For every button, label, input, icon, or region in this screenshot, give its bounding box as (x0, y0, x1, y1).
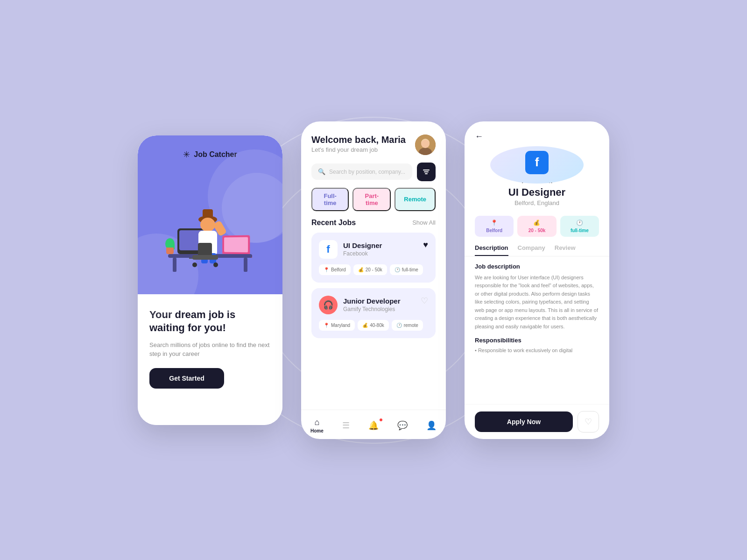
job-info-2: Junior Developer Gamify Technologies (343, 297, 401, 312)
hero-illustration (138, 160, 282, 272)
job-tag-salary-2: 💰 40-80k (358, 320, 389, 331)
job-desc-text: We are looking for User interface (UI) d… (475, 274, 599, 331)
location-label-2: Maryland (331, 323, 350, 328)
salary-icon-1: 💰 (358, 267, 364, 272)
home-label: Home (310, 428, 324, 433)
gamify-logo: 🎧 (319, 296, 338, 314)
type-icon-2: 🕐 (396, 323, 402, 328)
desk-scene (159, 178, 261, 272)
job-tag-type-2: 🕐 remote (392, 320, 423, 331)
tag-fulltime[interactable]: Full-time (311, 188, 349, 211)
location-tag-label: Belford (486, 228, 502, 233)
get-started-button[interactable]: Get Started (149, 368, 224, 389)
tag-parttime[interactable]: Part-time (352, 188, 391, 211)
location-icon-2: 📍 (324, 323, 329, 328)
job-desc-title: Job description (475, 263, 599, 270)
apply-now-button[interactable]: Apply Now (475, 411, 573, 432)
tab-description[interactable]: Description (475, 244, 508, 256)
job-detail-footer: Apply Now ♡ (465, 404, 609, 439)
save-job-button[interactable]: ♡ (578, 411, 599, 432)
job-tags-2: 📍 Maryland 💰 40-80k 🕐 remote (319, 320, 428, 331)
phones-container: ✳ Job Catcher (138, 121, 609, 439)
home-icon: ⌂ (314, 418, 319, 427)
type-tag-icon: 🕐 (576, 220, 583, 226)
desk-leg-left (173, 258, 176, 272)
avatar-face (415, 135, 436, 155)
plant-pot (166, 248, 174, 254)
job-location-large: Belford, England (514, 199, 559, 206)
job-tag-type-1: 🕐 full-time (390, 264, 423, 275)
nav-messages[interactable]: 💬 (394, 418, 411, 432)
svg-rect-4 (423, 170, 430, 170)
location-tag-icon: 📍 (491, 220, 498, 226)
nav-home[interactable]: ⌂ Home (307, 416, 327, 435)
job-title-2: Junior Developer (343, 297, 401, 305)
search-input-wrapper[interactable]: 🔍 Search by position, company... (311, 163, 412, 180)
profile-icon: 👤 (426, 420, 437, 431)
responsibility-item: • Responsible to work exclusively on dig… (475, 347, 599, 355)
job-tag-location-2: 📍 Maryland (319, 320, 355, 331)
filter-button[interactable] (417, 163, 436, 181)
job-title-1: UI Designer (343, 241, 382, 249)
job-cards-list: f UI Designer Facebook ♥ 📍 Belford (301, 233, 446, 405)
tab-review[interactable]: Review (555, 244, 576, 256)
phone-job-detail: ← f Facebook UI Designer Belford, Englan… (465, 121, 609, 439)
fb-icon: f (326, 243, 330, 255)
favorite-icon-1[interactable]: ♥ (423, 240, 428, 250)
laptop-screen (224, 237, 248, 252)
menu-icon: ☰ (342, 420, 350, 431)
job-card-left-2: 🎧 Junior Developer Gamify Technologies (319, 296, 401, 314)
job-card-header-1: f UI Designer Facebook ♥ (319, 240, 428, 259)
chair-seat (192, 255, 218, 260)
facebook-logo: f (319, 240, 338, 259)
job-card-junior-dev: 🎧 Junior Developer Gamify Technologies ♡… (311, 288, 436, 338)
job-card-header-2: 🎧 Junior Developer Gamify Technologies ♡ (319, 296, 428, 314)
phone3-header: ← (465, 121, 609, 146)
company-name-2: Gamify Technologies (343, 306, 401, 312)
section-title: Recent Jobs (311, 219, 356, 227)
detail-tabs: Description Company Review (465, 244, 609, 256)
job-description-section: Job description We are looking for User … (465, 263, 609, 404)
type-label-2: remote (404, 323, 418, 328)
nav-notifications[interactable]: 🔔 (365, 418, 382, 432)
chat-icon: 💬 (397, 420, 408, 431)
favorite-icon-2[interactable]: ♡ (421, 296, 428, 306)
logo-icon: ✳ (183, 149, 190, 160)
job-card-left-1: f UI Designer Facebook (319, 240, 382, 259)
info-tag-salary: 💰 20 - 50k (517, 216, 556, 237)
job-detail-hero: f Facebook UI Designer Belford, England (465, 146, 609, 216)
job-tag-location-1: 📍 Belford (319, 264, 351, 275)
salary-label-2: 40-80k (370, 323, 384, 328)
phone1-top-section: ✳ Job Catcher (138, 135, 282, 294)
job-tag-salary-1: 💰 20 - 50k (353, 264, 387, 275)
tag-remote[interactable]: Remote (395, 188, 436, 211)
location-icon-1: 📍 (324, 267, 329, 272)
info-tag-type: 🕐 full-time (560, 216, 599, 237)
section-header: Recent Jobs Show All (301, 219, 446, 227)
company-logo-large: f (525, 151, 549, 174)
bell-icon: 🔔 (368, 421, 379, 430)
plant (165, 238, 175, 254)
phone2-header: Welcome back, Maria Let's find your drea… (301, 121, 446, 163)
salary-icon-2: 💰 (362, 323, 368, 328)
tab-company[interactable]: Company (518, 244, 545, 256)
responsibilities-title: Responsibilities (475, 337, 599, 344)
notification-dot (380, 418, 382, 421)
info-tag-location: 📍 Belford (475, 216, 514, 237)
nav-profile[interactable]: 👤 (423, 418, 440, 432)
chair-wheel-right (213, 262, 218, 267)
location-label-1: Belford (331, 267, 346, 272)
desk-leg-right (244, 258, 247, 272)
salary-tag-icon: 💰 (533, 220, 540, 226)
type-label-1: full-time (402, 267, 418, 272)
phone-jobs-list: Welcome back, Maria Let's find your drea… (301, 121, 446, 439)
type-tag-label: full-time (571, 228, 589, 233)
back-button[interactable]: ← (475, 132, 483, 142)
user-avatar[interactable] (415, 135, 436, 155)
greeting: Welcome back, Maria Let's find your drea… (311, 135, 406, 153)
onboarding-subtitle: Search millions of jobs online to find t… (149, 340, 271, 359)
show-all-link[interactable]: Show All (412, 219, 436, 226)
nav-menu[interactable]: ☰ (338, 418, 353, 432)
search-icon: 🔍 (318, 168, 325, 175)
salary-label-1: 20 - 50k (366, 267, 382, 272)
